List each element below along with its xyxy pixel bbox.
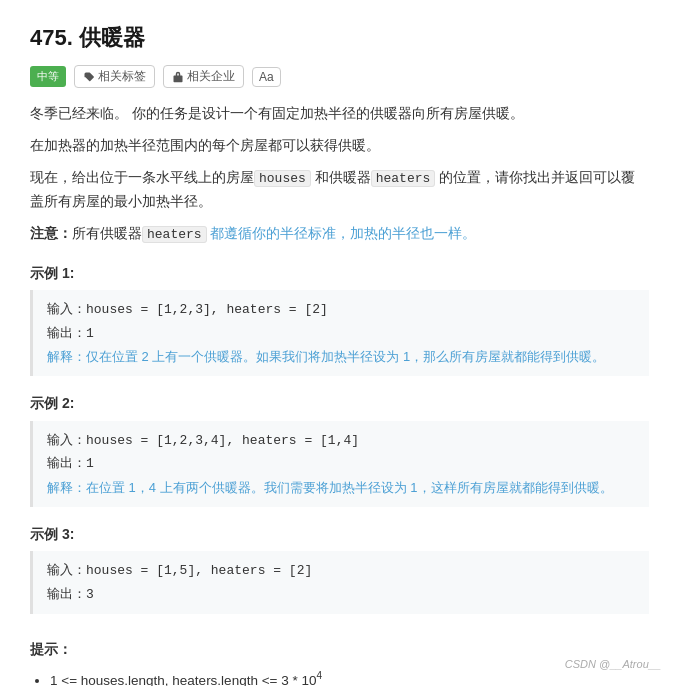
example-1-input: 输入：houses = [1,2,3], heaters = [2] xyxy=(47,298,635,321)
example-1-explanation: 解释：仅在位置 2 上有一个供暖器。如果我们将加热半径设为 1，那么所有房屋就都… xyxy=(47,345,635,368)
note-suffix: 都遵循你的半径标准，加热的半径也一样。 xyxy=(207,225,477,241)
example-1-box: 输入：houses = [1,2,3], heaters = [2] 输出：1 … xyxy=(30,290,649,376)
example-2: 示例 2: 输入：houses = [1,2,3,4], heaters = [… xyxy=(30,392,649,507)
related-tags-label: 相关标签 xyxy=(98,68,146,85)
hints-title: 提示： xyxy=(30,638,649,660)
hints-list: 1 <= houses.length, heaters.length <= 3 … xyxy=(30,668,649,686)
tag-icon xyxy=(83,71,95,83)
example-1-output: 输出：1 xyxy=(47,322,635,345)
houses-code-1: houses xyxy=(254,170,311,187)
example-2-input: 输入：houses = [1,2,3,4], heaters = [1,4] xyxy=(47,429,635,452)
tag-row: 中等 相关标签 相关企业 Aa xyxy=(30,65,649,88)
example-3-title: 示例 3: xyxy=(30,523,649,545)
lock-icon xyxy=(172,71,184,83)
related-tags-button[interactable]: 相关标签 xyxy=(74,65,155,88)
desc-para3-prefix: 现在，给出位于一条水平线上的房屋 xyxy=(30,169,254,185)
example-2-explanation: 解释：在位置 1，4 上有两个供暖器。我们需要将加热半径设为 1，这样所有房屋就… xyxy=(47,476,635,499)
desc-para3: 现在，给出位于一条水平线上的房屋houses 和供暖器heaters 的位置，请… xyxy=(30,166,649,214)
example-2-box: 输入：houses = [1,2,3,4], heaters = [1,4] 输… xyxy=(30,421,649,507)
note-main: 所有供暖器 xyxy=(72,225,142,241)
desc-para2: 在加热器的加热半径范围内的每个房屋都可以获得供暖。 xyxy=(30,134,649,158)
example-1-title: 示例 1: xyxy=(30,262,649,284)
example-3-output: 输出：3 xyxy=(47,583,635,606)
heaters-code-2: heaters xyxy=(142,226,207,243)
example-3-box: 输入：houses = [1,5], heaters = [2] 输出：3 xyxy=(30,551,649,614)
desc-para3-mid: 和供暖器 xyxy=(311,169,371,185)
desc-para1: 冬季已经来临。 你的任务是设计一个有固定加热半径的供暖器向所有房屋供暖。 xyxy=(30,102,649,126)
page-title: 475. 供暖器 xyxy=(30,20,649,55)
description-section: 冬季已经来临。 你的任务是设计一个有固定加热半径的供暖器向所有房屋供暖。 在加热… xyxy=(30,102,649,246)
note-label: 注意： xyxy=(30,225,72,241)
examples-section: 示例 1: 输入：houses = [1,2,3], heaters = [2]… xyxy=(30,262,649,614)
difficulty-badge: 中等 xyxy=(30,66,66,88)
font-size-button[interactable]: Aa xyxy=(252,67,281,87)
desc-note: 注意：所有供暖器heaters 都遵循你的半径标准，加热的半径也一样。 xyxy=(30,222,649,246)
related-companies-button[interactable]: 相关企业 xyxy=(163,65,244,88)
example-3-input: 输入：houses = [1,5], heaters = [2] xyxy=(47,559,635,582)
related-companies-label: 相关企业 xyxy=(187,68,235,85)
watermark: CSDN @__Atrou__ xyxy=(565,656,661,674)
example-2-title: 示例 2: xyxy=(30,392,649,414)
example-2-output: 输出：1 xyxy=(47,452,635,475)
example-3: 示例 3: 输入：houses = [1,5], heaters = [2] 输… xyxy=(30,523,649,614)
hint-item-1: 1 <= houses.length, heaters.length <= 3 … xyxy=(50,668,649,686)
heaters-code-1: heaters xyxy=(371,170,436,187)
example-1: 示例 1: 输入：houses = [1,2,3], heaters = [2]… xyxy=(30,262,649,377)
hints-section: 提示： 1 <= houses.length, heaters.length <… xyxy=(30,638,649,686)
